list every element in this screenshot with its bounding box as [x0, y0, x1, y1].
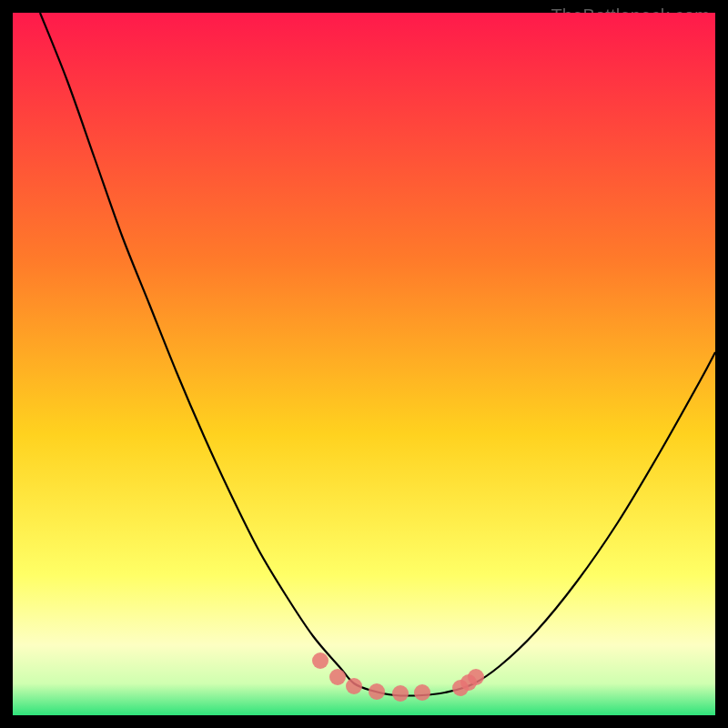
highlight-marker	[468, 669, 484, 685]
highlight-marker	[392, 685, 409, 702]
highlight-marker	[414, 684, 430, 701]
chart-svg	[13, 13, 715, 715]
highlight-marker	[312, 652, 329, 669]
chart-plot-area	[13, 13, 715, 715]
highlight-marker	[329, 669, 346, 685]
chart-background	[13, 13, 715, 715]
highlight-marker	[369, 683, 385, 700]
highlight-marker	[346, 678, 362, 694]
